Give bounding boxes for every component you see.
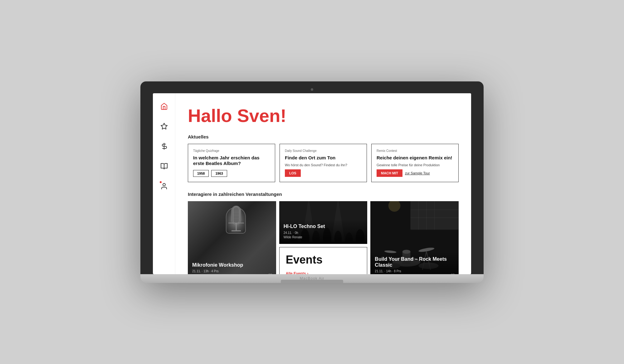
hilo-title: HI-LO Techno Set bbox=[284, 223, 363, 229]
hilo-date: 24.11. · 0h bbox=[284, 231, 363, 235]
hilo-content: HI-LO Techno Set 24.11. · 0h Wilde Renat… bbox=[279, 219, 368, 244]
events-all-link[interactable]: Alle Events › bbox=[286, 271, 361, 274]
events-all-link-text: Alle Events bbox=[286, 271, 306, 274]
event-buildyourband[interactable]: Build Your Band – Rock Meets Classic 21.… bbox=[370, 201, 459, 274]
sound-challenge-cta[interactable]: LOS bbox=[285, 169, 301, 177]
quiz-card-label: Tägliche Quizfrage bbox=[193, 149, 270, 153]
notification-dot bbox=[160, 181, 162, 183]
aktuelles-title: Aktuelles bbox=[188, 134, 459, 139]
sidebar-item-explore[interactable] bbox=[158, 141, 170, 152]
events-section-title: Interagiere in zahlreichen Veranstaltung… bbox=[188, 192, 459, 197]
sidebar-item-favorites[interactable] bbox=[158, 121, 170, 132]
mikrofonie-content: Mikrofonie Workshop 21.11. · 13h · 4 Prs… bbox=[188, 258, 276, 274]
events-feature-title: Events bbox=[286, 254, 361, 266]
svg-point-2 bbox=[163, 183, 165, 186]
quiz-card: Tägliche Quizfrage In welchem Jahr ersch… bbox=[188, 144, 275, 182]
chevron-right-icon: › bbox=[307, 271, 308, 274]
quiz-options: 1958 1963 bbox=[193, 170, 270, 177]
buildyourband-heart[interactable]: ♡ bbox=[451, 273, 455, 274]
buildyourband-title: Build Your Band – Rock Meets Classic bbox=[375, 256, 454, 268]
sound-challenge-title: Finde den Ort zum Ton bbox=[285, 155, 362, 161]
remix-contest-actions: MACH MIT zur Sample Tour bbox=[377, 169, 453, 177]
remix-contest-cta[interactable]: MACH MIT bbox=[377, 169, 402, 177]
greeting-title: Hallo Sven! bbox=[188, 106, 459, 126]
events-feature-card[interactable]: Events Alle Events › bbox=[279, 247, 368, 274]
screen: Hallo Sven! Aktuelles Tägliche Quizfrage… bbox=[153, 93, 471, 274]
sound-challenge-label: Daily Sound Challenge bbox=[285, 149, 362, 153]
quiz-option-1958[interactable]: 1958 bbox=[193, 170, 209, 177]
remix-contest-card: Remix Contest Reiche deinen eigenen Remi… bbox=[371, 144, 459, 182]
sidebar-item-home[interactable] bbox=[158, 101, 170, 112]
screen-bezel: Hallo Sven! Aktuelles Tägliche Quizfrage… bbox=[140, 81, 484, 274]
remix-contest-title: Reiche deinen eigenen Remix ein! bbox=[377, 155, 453, 161]
sidebar-item-library[interactable] bbox=[158, 161, 170, 172]
svg-marker-0 bbox=[161, 123, 167, 129]
buildyourband-date: 21.11. · 14h · 8 Prs bbox=[375, 269, 454, 274]
laptop-base: MacBook Air bbox=[140, 274, 484, 283]
sidebar bbox=[153, 93, 175, 274]
sidebar-item-profile[interactable] bbox=[158, 181, 170, 192]
laptop-notch bbox=[281, 280, 343, 283]
aktuelles-section: Aktuelles Tägliche Quizfrage In welchem … bbox=[188, 134, 459, 182]
mikrofonie-date: 21.11. · 13h · 4 Prs bbox=[192, 269, 272, 274]
sound-challenge-card: Daily Sound Challenge Finde den Ort zum … bbox=[280, 144, 367, 182]
main-content: Hallo Sven! Aktuelles Tägliche Quizfrage… bbox=[175, 93, 471, 274]
aktuelles-grid: Tägliche Quizfrage In welchem Jahr ersch… bbox=[188, 144, 459, 182]
events-grid: Mikrofonie Workshop 21.11. · 13h · 4 Prs… bbox=[188, 201, 459, 274]
remix-contest-label: Remix Contest bbox=[377, 149, 453, 153]
events-section: Interagiere in zahlreichen Veranstaltung… bbox=[188, 192, 459, 274]
remix-contest-link[interactable]: zur Sample Tour bbox=[402, 171, 430, 175]
sound-challenge-subtitle: Wo hörst du den Sound? Findest du ihn? bbox=[285, 163, 362, 167]
camera-dot bbox=[311, 88, 313, 91]
sound-challenge-actions: LOS bbox=[285, 169, 362, 177]
event-hilo[interactable]: HI-LO Techno Set 24.11. · 0h Wilde Renat… bbox=[279, 201, 368, 244]
laptop-frame: Hallo Sven! Aktuelles Tägliche Quizfrage… bbox=[140, 81, 484, 283]
buildyourband-content: Build Your Band – Rock Meets Classic 21.… bbox=[370, 252, 459, 274]
event-mikrofonie[interactable]: Mikrofonie Workshop 21.11. · 13h · 4 Prs… bbox=[188, 201, 276, 274]
hilo-venue: Wilde Renate bbox=[284, 235, 363, 240]
quiz-card-title: In welchem Jahr erschien das erste Beatl… bbox=[193, 155, 270, 166]
remix-contest-subtitle: Gewinne tolle Preise für deine Produktio… bbox=[377, 163, 453, 167]
mikrofonie-heart[interactable]: ♡ bbox=[268, 273, 272, 274]
quiz-option-1963[interactable]: 1963 bbox=[211, 170, 227, 177]
mikrofonie-title: Mikrofonie Workshop bbox=[192, 262, 272, 268]
